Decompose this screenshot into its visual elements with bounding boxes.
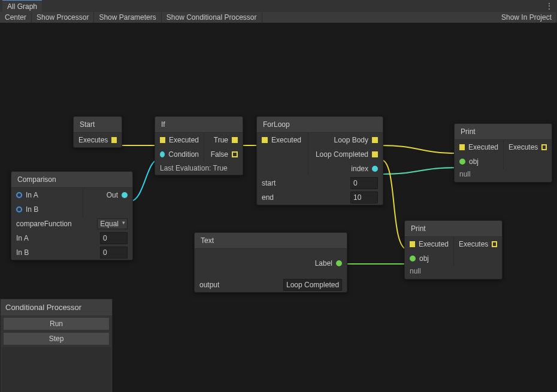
node-title: Start bbox=[74, 117, 122, 133]
data-port-icon bbox=[372, 166, 378, 172]
port-label: Executed bbox=[169, 136, 199, 144]
output-input[interactable] bbox=[283, 279, 342, 291]
output-field: output bbox=[195, 278, 347, 292]
node-print-1[interactable]: Print Executed obj Executes null bbox=[454, 123, 552, 183]
center-button[interactable]: Center bbox=[0, 12, 32, 23]
port-executed[interactable]: Executed bbox=[257, 133, 308, 147]
node-text[interactable]: Text Label output bbox=[194, 232, 347, 293]
node-start[interactable]: Start Executes bbox=[73, 116, 122, 148]
node-print-2[interactable]: Print Executed obj Executes null bbox=[404, 220, 502, 279]
show-processor-button[interactable]: Show Processor bbox=[32, 12, 94, 23]
port-in-b[interactable]: In B bbox=[11, 202, 83, 217]
port-condition[interactable]: Condition bbox=[155, 147, 204, 162]
port-label: False bbox=[211, 150, 228, 159]
data-port-icon bbox=[16, 192, 22, 198]
field-label: output bbox=[199, 281, 219, 289]
in-b-field: In B bbox=[11, 245, 132, 260]
run-button[interactable]: Run bbox=[3, 317, 110, 330]
port-true[interactable]: True bbox=[204, 133, 243, 147]
port-label: Out bbox=[107, 191, 118, 199]
data-port-icon bbox=[16, 206, 22, 212]
port-obj[interactable]: obj bbox=[405, 251, 453, 266]
port-loop-completed[interactable]: Loop Completed bbox=[308, 147, 383, 162]
panel-body bbox=[2, 347, 111, 392]
node-title: Comparison bbox=[11, 172, 132, 188]
port-false[interactable]: False bbox=[204, 147, 243, 162]
port-label: Executes bbox=[508, 143, 538, 151]
port-loop-body[interactable]: Loop Body bbox=[308, 133, 383, 147]
port-label: Condition bbox=[168, 150, 199, 159]
port-executes[interactable]: Executes bbox=[74, 133, 122, 147]
port-label: In B bbox=[26, 205, 38, 214]
port-label[interactable]: Label bbox=[195, 249, 347, 278]
last-evaluation: Last Evaluation: True bbox=[155, 162, 243, 175]
compare-function-dropdown[interactable]: Equal bbox=[97, 218, 128, 229]
node-title: If bbox=[155, 117, 243, 133]
port-label: In A bbox=[26, 191, 38, 199]
port-label: obj bbox=[419, 254, 429, 263]
exec-port-icon bbox=[541, 144, 547, 150]
node-title: Print bbox=[405, 221, 502, 237]
in-a-field: In A bbox=[11, 231, 132, 245]
data-port-icon bbox=[459, 159, 465, 165]
data-port-icon bbox=[410, 256, 416, 262]
in-a-input[interactable] bbox=[100, 232, 128, 244]
exec-port-icon bbox=[262, 137, 268, 143]
null-value: null bbox=[455, 169, 552, 182]
in-b-input[interactable] bbox=[100, 247, 128, 259]
data-port-icon bbox=[160, 151, 165, 157]
field-label: In A bbox=[16, 234, 29, 242]
exec-port-icon bbox=[160, 137, 165, 143]
port-label: Executes bbox=[459, 240, 488, 248]
port-index[interactable]: index bbox=[308, 162, 383, 176]
panel-title: Conditional Processor bbox=[1, 299, 112, 315]
node-forloop[interactable]: ForLoop Executed Loop Body Loop Complete… bbox=[256, 116, 383, 205]
data-port-icon bbox=[336, 260, 342, 266]
data-port-icon bbox=[122, 192, 128, 198]
port-label: Loop Body bbox=[334, 136, 368, 144]
end-field: end bbox=[257, 190, 383, 205]
node-if[interactable]: If Executed Condition True False bbox=[155, 116, 243, 175]
step-button[interactable]: Step bbox=[3, 332, 110, 345]
tab-all-graph[interactable]: All Graph bbox=[2, 0, 42, 13]
exec-port-icon bbox=[492, 241, 497, 247]
port-out[interactable]: Out bbox=[83, 188, 132, 202]
show-parameters-button[interactable]: Show Parameters bbox=[94, 12, 161, 23]
titlebar: All Graph ⋮ bbox=[0, 0, 557, 12]
port-label: Executed bbox=[468, 143, 498, 151]
port-label-text: Label bbox=[315, 259, 332, 268]
toolbar: Center Show Processor Show Parameters Sh… bbox=[0, 12, 557, 23]
port-executes[interactable]: Executes bbox=[454, 237, 502, 251]
field-label: start bbox=[262, 179, 276, 187]
port-label: index bbox=[351, 165, 368, 173]
node-title: ForLoop bbox=[257, 117, 383, 133]
end-input[interactable] bbox=[350, 192, 378, 203]
port-obj[interactable]: obj bbox=[455, 154, 503, 169]
exec-port-icon bbox=[111, 137, 117, 143]
show-conditional-button[interactable]: Show Conditional Processor bbox=[162, 12, 262, 23]
field-label: In B bbox=[16, 248, 29, 257]
port-label: True bbox=[214, 136, 228, 144]
port-executed[interactable]: Executed bbox=[155, 133, 204, 147]
node-title: Print bbox=[455, 124, 552, 140]
menu-icon[interactable]: ⋮ bbox=[545, 1, 553, 11]
node-comparison[interactable]: Comparison In A In B Out compareFu bbox=[11, 171, 133, 260]
show-in-project-button[interactable]: Show In Project bbox=[497, 12, 557, 23]
port-label: Executes bbox=[78, 136, 108, 144]
node-title: Text bbox=[195, 233, 347, 249]
exec-port-icon bbox=[232, 137, 238, 143]
field-label: end bbox=[262, 193, 274, 202]
exec-port-icon bbox=[372, 137, 378, 143]
port-label: Executed bbox=[271, 136, 301, 144]
port-in-a[interactable]: In A bbox=[11, 188, 83, 202]
port-executed[interactable]: Executed bbox=[455, 140, 503, 154]
conditional-processor-panel[interactable]: Conditional Processor Run Step bbox=[0, 299, 113, 392]
exec-port-icon bbox=[232, 151, 238, 157]
exec-port-icon bbox=[372, 151, 378, 157]
port-executed[interactable]: Executed bbox=[405, 237, 453, 251]
start-input[interactable] bbox=[350, 177, 378, 189]
graph-canvas[interactable]: Start Executes If Executed Condition Tru bbox=[0, 23, 557, 392]
exec-port-icon bbox=[410, 241, 415, 247]
port-executes[interactable]: Executes bbox=[504, 140, 552, 154]
exec-port-icon bbox=[459, 144, 465, 150]
